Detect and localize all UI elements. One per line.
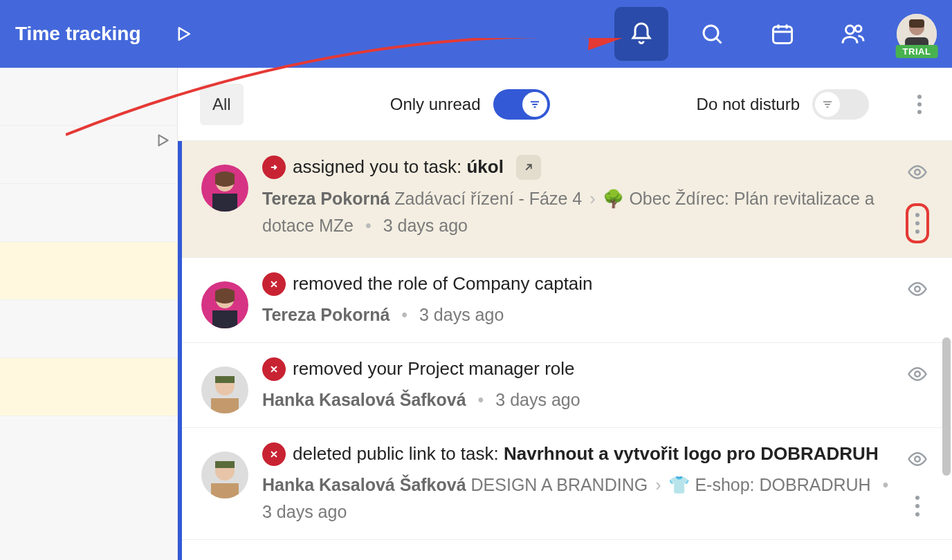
avatar <box>201 366 248 413</box>
notification-title: removed your Project manager role <box>293 357 575 381</box>
sidebar-row[interactable] <box>0 68 177 126</box>
notification-item[interactable]: deleted public link to task: Navrhnout a… <box>182 428 952 540</box>
svg-rect-21 <box>211 398 239 413</box>
notification-meta: Tereza Pokorná • 3 days ago <box>262 301 898 328</box>
app-header: Time tracking TRIAL <box>0 0 952 68</box>
svg-point-17 <box>915 286 920 292</box>
svg-rect-6 <box>909 19 924 28</box>
notification-title: assigned you to task: úkol <box>293 155 504 179</box>
item-more-button[interactable] <box>910 490 925 522</box>
scrollbar[interactable] <box>942 337 951 476</box>
only-unread-label: Only unread <box>390 95 481 114</box>
trial-badge: TRIAL <box>896 45 938 58</box>
avatar <box>201 451 248 498</box>
user-avatar[interactable]: TRIAL <box>897 14 937 54</box>
notifications-button[interactable] <box>614 7 668 61</box>
notification-list: assigned you to task: úkol Tereza Pokorn… <box>178 141 952 560</box>
header-actions: TRIAL <box>614 7 937 61</box>
svg-point-29 <box>915 456 920 462</box>
svg-rect-26 <box>215 461 235 468</box>
notification-title: deleted public link to task: Navrhnout a… <box>293 442 879 466</box>
sidebar <box>0 68 178 560</box>
page-title: Time tracking <box>15 23 141 45</box>
search-button[interactable] <box>685 7 739 61</box>
sidebar-row[interactable] <box>0 242 177 300</box>
notification-item[interactable]: removed the role of Company captain Tere… <box>182 258 952 343</box>
play-icon[interactable] <box>154 131 172 152</box>
svg-point-3 <box>855 26 861 32</box>
notification-title: removed the role of Company captain <box>293 272 593 296</box>
mark-read-button[interactable] <box>907 364 928 387</box>
svg-point-23 <box>915 371 920 377</box>
svg-rect-20 <box>215 376 235 383</box>
open-link-icon[interactable] <box>516 155 541 180</box>
notifications-panel: All Only unread Do not disturb <box>178 68 952 560</box>
svg-rect-10 <box>212 194 237 212</box>
svg-point-2 <box>846 26 854 34</box>
removed-icon <box>262 357 286 381</box>
mark-read-button[interactable] <box>907 162 928 185</box>
svg-rect-1 <box>774 27 792 44</box>
notification-item[interactable]: removed your Project manager role Hanka … <box>182 343 952 428</box>
people-button[interactable] <box>826 7 880 61</box>
notification-meta: Hanka Kasalová Šafková DESIGN A BRANDING… <box>262 472 898 525</box>
sidebar-row[interactable] <box>0 184 177 242</box>
avatar <box>201 165 248 212</box>
notification-item[interactable]: assigned you to task: úkol Tereza Pokorn… <box>182 141 952 258</box>
only-unread-toggle[interactable] <box>493 89 550 120</box>
play-icon[interactable] <box>173 24 194 44</box>
dnd-toggle[interactable] <box>812 89 869 120</box>
removed-icon <box>262 442 286 466</box>
mark-read-button[interactable] <box>907 449 928 472</box>
removed-icon <box>262 272 286 296</box>
svg-rect-27 <box>211 483 239 498</box>
svg-point-12 <box>915 169 920 175</box>
filter-all-button[interactable]: All <box>200 84 244 125</box>
avatar <box>201 281 248 328</box>
filter-more-button[interactable] <box>909 86 930 122</box>
assigned-icon <box>262 156 286 179</box>
mark-read-button[interactable] <box>907 279 928 302</box>
sidebar-row[interactable] <box>0 126 177 184</box>
filter-bar: All Only unread Do not disturb <box>178 68 952 141</box>
sidebar-row[interactable] <box>0 300 177 358</box>
calendar-button[interactable] <box>756 7 809 61</box>
notification-meta: Tereza Pokorná Zadávací řízení - Fáze 4 … <box>262 185 898 239</box>
item-more-button[interactable] <box>906 203 929 243</box>
notification-meta: Hanka Kasalová Šafková • 3 days ago <box>262 386 898 413</box>
svg-point-0 <box>704 26 718 40</box>
svg-rect-15 <box>212 310 237 328</box>
sidebar-row[interactable] <box>0 358 177 416</box>
dnd-label: Do not disturb <box>697 95 800 114</box>
